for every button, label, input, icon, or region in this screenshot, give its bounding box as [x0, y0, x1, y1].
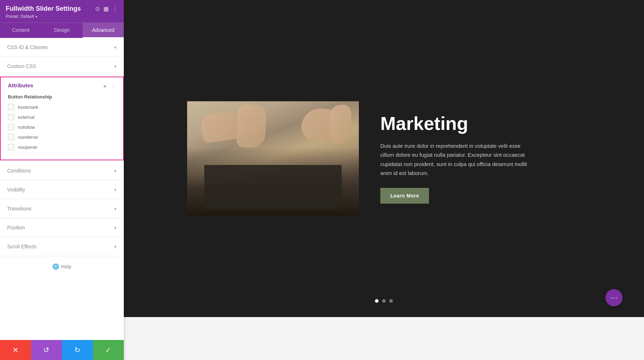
tab-content[interactable]: Content: [0, 23, 41, 38]
sidebar-footer: ✕ ↺ ↻ ✓: [0, 340, 124, 360]
checkbox-input-nofollow[interactable]: [8, 124, 14, 130]
undo-button[interactable]: ↺: [31, 340, 62, 360]
main-content: Marketing Duis aute irure dolor in repre…: [124, 0, 644, 360]
bottom-sections: Conditions ▾ Visibility ▾ Transitions ▾ …: [0, 161, 124, 256]
checkbox-input-noopener[interactable]: [8, 144, 14, 150]
below-slider-area: [124, 317, 644, 360]
cancel-button[interactable]: ✕: [0, 340, 31, 360]
attributes-header: Attributes ▲ ⋮: [1, 77, 123, 93]
chevron-down-icon: ▾: [114, 225, 117, 230]
attributes-title: Attributes: [8, 82, 33, 88]
help-icon: ?: [53, 263, 59, 270]
dot-1[interactable]: [375, 299, 379, 303]
more-options-icon[interactable]: ⋮: [111, 83, 116, 88]
redo-icon: ↻: [74, 346, 80, 354]
chevron-down-icon: ▾: [114, 187, 117, 193]
slide-text: Marketing Duis aute irure dolor in repre…: [380, 113, 581, 203]
slide-body-text: Duis aute irure dolor in reprehenderit i…: [380, 141, 531, 178]
checkbox-input-external[interactable]: [8, 114, 14, 120]
attributes-body: Button Relationship bookmark external no…: [1, 93, 123, 160]
checkbox-input-bookmark[interactable]: [8, 104, 14, 110]
slide-image-bg: [187, 101, 359, 216]
sidebar: Fullwidth Slider Settings ⊙ ▦ ⋮ Preset: …: [0, 0, 124, 360]
preset-label[interactable]: Preset: Default ▾: [6, 14, 118, 19]
section-custom-css[interactable]: Custom CSS ▾: [0, 57, 124, 76]
header-icons: ⊙ ▦ ⋮: [95, 5, 118, 12]
save-icon: ✓: [105, 346, 111, 354]
redo-button[interactable]: ↻: [62, 340, 93, 360]
section-position[interactable]: Position ▾: [0, 218, 124, 237]
save-button[interactable]: ✓: [93, 340, 124, 360]
sidebar-tabs: Content Design Advanced: [0, 23, 124, 38]
section-conditions[interactable]: Conditions ▾: [0, 161, 124, 180]
floating-action-button[interactable]: ···: [605, 289, 623, 306]
section-scroll-effects[interactable]: Scroll Effects ▾: [0, 237, 124, 256]
tab-advanced[interactable]: Advanced: [83, 23, 124, 38]
slider-dots: [375, 299, 393, 303]
slide-content: Marketing Duis aute irure dolor in repre…: [187, 101, 581, 216]
cancel-icon: ✕: [13, 346, 19, 354]
attributes-header-controls: ▲ ⋮: [102, 83, 116, 88]
attributes-section: Attributes ▲ ⋮ Button Relationship bookm…: [0, 77, 124, 160]
checkbox-input-noreferrer[interactable]: [8, 134, 14, 140]
help-label: Help: [61, 264, 72, 269]
section-visibility[interactable]: Visibility ▾: [0, 180, 124, 199]
checkbox-noopener: noopener: [8, 144, 116, 150]
chevron-down-icon: ▾: [114, 64, 117, 69]
help-row[interactable]: ? Help: [0, 256, 124, 277]
settings-icon[interactable]: ⊙: [95, 5, 100, 12]
checkbox-nofollow: nofollow: [8, 124, 116, 130]
checkbox-bookmark: bookmark: [8, 104, 116, 110]
chevron-down-icon: ▾: [114, 168, 117, 174]
dot-3[interactable]: [389, 299, 393, 303]
learn-more-button[interactable]: Learn More: [380, 188, 429, 204]
more-icon[interactable]: ⋮: [112, 5, 118, 12]
layout-icon[interactable]: ▦: [103, 5, 109, 12]
chevron-down-icon: ▾: [35, 15, 37, 19]
checkbox-external: external: [8, 114, 116, 120]
slide-heading: Marketing: [380, 113, 581, 134]
slide-image: [187, 101, 359, 216]
checkbox-noreferrer: noreferrer: [8, 134, 116, 140]
sidebar-content: CSS ID & Classes ▾ Custom CSS ▾ Attribut…: [0, 38, 124, 340]
undo-icon: ↺: [43, 346, 49, 354]
tab-design[interactable]: Design: [41, 23, 82, 38]
slider-area: Marketing Duis aute irure dolor in repre…: [124, 0, 644, 317]
button-relationship-label: Button Relationship: [8, 94, 116, 99]
chevron-down-icon: ▾: [114, 45, 117, 50]
dot-2[interactable]: [382, 299, 386, 303]
panel-title: Fullwidth Slider Settings: [6, 5, 81, 13]
chevron-down-icon: ▾: [114, 244, 117, 249]
section-transitions[interactable]: Transitions ▾: [0, 199, 124, 218]
collapse-icon[interactable]: ▲: [102, 83, 107, 88]
fab-icon: ···: [610, 293, 618, 302]
sidebar-header: Fullwidth Slider Settings ⊙ ▦ ⋮ Preset: …: [0, 0, 124, 23]
chevron-down-icon: ▾: [114, 206, 117, 211]
section-css-id-classes[interactable]: CSS ID & Classes ▾: [0, 38, 124, 57]
